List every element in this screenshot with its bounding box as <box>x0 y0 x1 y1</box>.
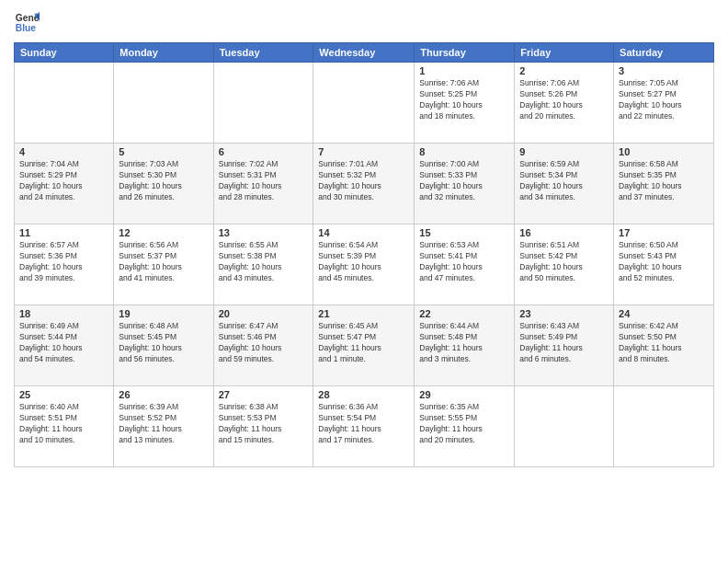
day-header-monday: Monday <box>114 43 213 63</box>
day-info: Sunrise: 6:54 AM Sunset: 5:39 PM Dayligh… <box>318 240 409 284</box>
day-info: Sunrise: 6:58 AM Sunset: 5:35 PM Dayligh… <box>619 159 709 203</box>
day-number: 29 <box>419 389 509 400</box>
calendar-cell: 29Sunrise: 6:35 AM Sunset: 5:55 PM Dayli… <box>415 386 515 467</box>
day-number: 24 <box>619 308 709 319</box>
calendar-cell: 26Sunrise: 6:39 AM Sunset: 5:52 PM Dayli… <box>114 386 213 467</box>
day-info: Sunrise: 7:06 AM Sunset: 5:25 PM Dayligh… <box>419 78 509 122</box>
day-info: Sunrise: 7:01 AM Sunset: 5:32 PM Dayligh… <box>318 159 409 203</box>
calendar-cell: 7Sunrise: 7:01 AM Sunset: 5:32 PM Daylig… <box>313 144 415 224</box>
header: General Blue <box>14 9 714 35</box>
calendar-cell: 23Sunrise: 6:43 AM Sunset: 5:49 PM Dayli… <box>515 305 614 386</box>
day-info: Sunrise: 6:47 AM Sunset: 5:46 PM Dayligh… <box>219 321 309 365</box>
day-info: Sunrise: 6:45 AM Sunset: 5:47 PM Dayligh… <box>318 321 409 365</box>
day-info: Sunrise: 6:55 AM Sunset: 5:38 PM Dayligh… <box>219 240 309 284</box>
calendar-cell: 20Sunrise: 6:47 AM Sunset: 5:46 PM Dayli… <box>213 305 313 386</box>
day-number: 6 <box>219 146 309 157</box>
calendar-page: General Blue SundayMondayTuesdayWednesda… <box>0 0 728 563</box>
calendar-cell: 11Sunrise: 6:57 AM Sunset: 5:36 PM Dayli… <box>15 224 114 305</box>
calendar-cell: 10Sunrise: 6:58 AM Sunset: 5:35 PM Dayli… <box>614 144 714 224</box>
day-info: Sunrise: 6:48 AM Sunset: 5:45 PM Dayligh… <box>119 321 208 365</box>
calendar-week-4: 18Sunrise: 6:49 AM Sunset: 5:44 PM Dayli… <box>15 305 714 386</box>
day-number: 26 <box>119 389 208 400</box>
day-info: Sunrise: 7:02 AM Sunset: 5:31 PM Dayligh… <box>219 159 309 203</box>
day-number: 18 <box>19 308 108 319</box>
calendar-week-1: 1Sunrise: 7:06 AM Sunset: 5:25 PM Daylig… <box>15 63 714 144</box>
calendar-cell: 27Sunrise: 6:38 AM Sunset: 5:53 PM Dayli… <box>213 386 313 467</box>
day-number: 13 <box>219 227 309 238</box>
calendar-cell <box>614 386 714 467</box>
day-number: 17 <box>619 227 709 238</box>
day-number: 23 <box>519 308 609 319</box>
calendar-cell: 9Sunrise: 6:59 AM Sunset: 5:34 PM Daylig… <box>515 144 614 224</box>
day-info: Sunrise: 7:04 AM Sunset: 5:29 PM Dayligh… <box>19 159 108 203</box>
calendar-cell: 25Sunrise: 6:40 AM Sunset: 5:51 PM Dayli… <box>15 386 114 467</box>
day-number: 12 <box>119 227 208 238</box>
day-number: 5 <box>119 146 208 157</box>
calendar-cell: 5Sunrise: 7:03 AM Sunset: 5:30 PM Daylig… <box>114 144 213 224</box>
calendar-cell <box>313 63 415 144</box>
calendar-cell: 13Sunrise: 6:55 AM Sunset: 5:38 PM Dayli… <box>213 224 313 305</box>
day-number: 20 <box>219 308 309 319</box>
day-number: 19 <box>119 308 208 319</box>
calendar-cell <box>15 63 114 144</box>
day-number: 15 <box>419 227 509 238</box>
day-header-wednesday: Wednesday <box>313 43 415 63</box>
day-info: Sunrise: 6:50 AM Sunset: 5:43 PM Dayligh… <box>619 240 709 284</box>
calendar-week-3: 11Sunrise: 6:57 AM Sunset: 5:36 PM Dayli… <box>15 224 714 305</box>
day-number: 9 <box>519 146 609 157</box>
day-number: 14 <box>318 227 409 238</box>
day-info: Sunrise: 7:03 AM Sunset: 5:30 PM Dayligh… <box>119 159 208 203</box>
calendar-cell: 19Sunrise: 6:48 AM Sunset: 5:45 PM Dayli… <box>114 305 213 386</box>
day-info: Sunrise: 7:00 AM Sunset: 5:33 PM Dayligh… <box>419 159 509 203</box>
day-number: 7 <box>318 146 409 157</box>
day-number: 27 <box>219 389 309 400</box>
calendar-cell: 14Sunrise: 6:54 AM Sunset: 5:39 PM Dayli… <box>313 224 415 305</box>
day-info: Sunrise: 6:35 AM Sunset: 5:55 PM Dayligh… <box>419 402 509 446</box>
calendar-cell <box>213 63 313 144</box>
day-info: Sunrise: 6:38 AM Sunset: 5:53 PM Dayligh… <box>219 402 309 446</box>
calendar-cell: 4Sunrise: 7:04 AM Sunset: 5:29 PM Daylig… <box>15 144 114 224</box>
calendar-cell <box>114 63 213 144</box>
calendar-cell: 28Sunrise: 6:36 AM Sunset: 5:54 PM Dayli… <box>313 386 415 467</box>
day-info: Sunrise: 6:36 AM Sunset: 5:54 PM Dayligh… <box>318 402 409 446</box>
day-info: Sunrise: 6:57 AM Sunset: 5:36 PM Dayligh… <box>19 240 108 284</box>
day-number: 8 <box>419 146 509 157</box>
day-header-friday: Friday <box>515 43 614 63</box>
calendar-cell: 6Sunrise: 7:02 AM Sunset: 5:31 PM Daylig… <box>213 144 313 224</box>
day-info: Sunrise: 6:56 AM Sunset: 5:37 PM Dayligh… <box>119 240 208 284</box>
logo-icon: General Blue <box>14 9 40 35</box>
calendar-cell: 17Sunrise: 6:50 AM Sunset: 5:43 PM Dayli… <box>614 224 714 305</box>
day-header-saturday: Saturday <box>614 43 714 63</box>
day-info: Sunrise: 6:51 AM Sunset: 5:42 PM Dayligh… <box>519 240 609 284</box>
calendar-cell: 21Sunrise: 6:45 AM Sunset: 5:47 PM Dayli… <box>313 305 415 386</box>
day-number: 28 <box>318 389 409 400</box>
calendar-table: SundayMondayTuesdayWednesdayThursdayFrid… <box>14 42 714 467</box>
day-info: Sunrise: 6:40 AM Sunset: 5:51 PM Dayligh… <box>19 402 108 446</box>
day-info: Sunrise: 6:43 AM Sunset: 5:49 PM Dayligh… <box>519 321 609 365</box>
calendar-cell: 8Sunrise: 7:00 AM Sunset: 5:33 PM Daylig… <box>415 144 515 224</box>
day-info: Sunrise: 6:42 AM Sunset: 5:50 PM Dayligh… <box>619 321 709 365</box>
day-info: Sunrise: 7:05 AM Sunset: 5:27 PM Dayligh… <box>619 78 709 122</box>
day-header-sunday: Sunday <box>15 43 114 63</box>
calendar-cell: 1Sunrise: 7:06 AM Sunset: 5:25 PM Daylig… <box>415 63 515 144</box>
day-number: 11 <box>19 227 108 238</box>
day-info: Sunrise: 6:59 AM Sunset: 5:34 PM Dayligh… <box>519 159 609 203</box>
day-info: Sunrise: 6:53 AM Sunset: 5:41 PM Dayligh… <box>419 240 509 284</box>
day-number: 22 <box>419 308 509 319</box>
day-number: 4 <box>19 146 108 157</box>
day-number: 3 <box>619 65 709 76</box>
calendar-cell: 22Sunrise: 6:44 AM Sunset: 5:48 PM Dayli… <box>415 305 515 386</box>
day-number: 1 <box>419 65 509 76</box>
day-info: Sunrise: 6:39 AM Sunset: 5:52 PM Dayligh… <box>119 402 208 446</box>
day-number: 25 <box>19 389 108 400</box>
calendar-cell: 3Sunrise: 7:05 AM Sunset: 5:27 PM Daylig… <box>614 63 714 144</box>
calendar-cell: 18Sunrise: 6:49 AM Sunset: 5:44 PM Dayli… <box>15 305 114 386</box>
day-number: 2 <box>519 65 609 76</box>
day-number: 16 <box>519 227 609 238</box>
calendar-cell: 15Sunrise: 6:53 AM Sunset: 5:41 PM Dayli… <box>415 224 515 305</box>
day-info: Sunrise: 6:49 AM Sunset: 5:44 PM Dayligh… <box>19 321 108 365</box>
logo: General Blue <box>14 9 43 35</box>
day-header-tuesday: Tuesday <box>213 43 313 63</box>
day-header-thursday: Thursday <box>415 43 515 63</box>
calendar-week-5: 25Sunrise: 6:40 AM Sunset: 5:51 PM Dayli… <box>15 386 714 467</box>
